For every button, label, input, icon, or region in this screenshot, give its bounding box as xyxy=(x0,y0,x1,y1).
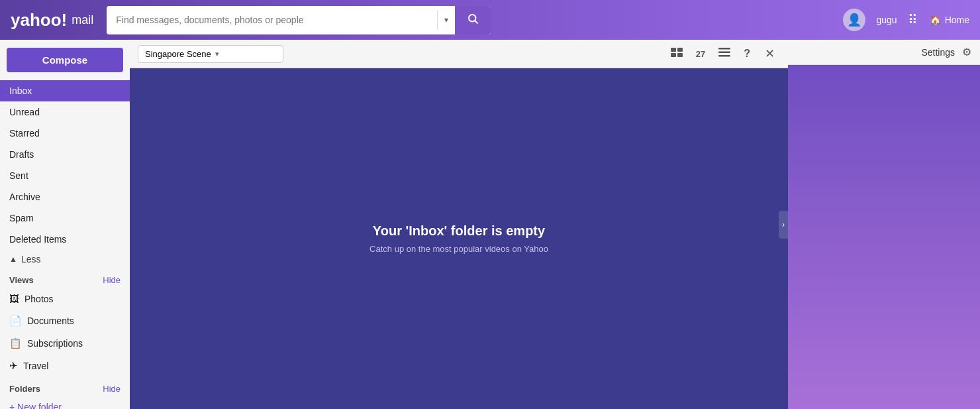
grid-view-icon xyxy=(671,48,683,60)
chevron-down-icon: ▾ xyxy=(215,50,219,58)
svg-rect-5 xyxy=(677,53,683,57)
avatar-icon: 👤 xyxy=(847,13,861,27)
empty-state: Your 'Inbox' folder is empty Catch up on… xyxy=(130,68,788,409)
sidebar: Compose Inbox Unread Starred Drafts Sent… xyxy=(0,40,130,409)
travel-icon: ✈ xyxy=(9,360,18,372)
search-input[interactable] xyxy=(107,8,437,32)
chevron-down-icon: ▾ xyxy=(444,15,448,25)
deleted-label: Deleted Items xyxy=(9,234,66,245)
travel-label: Travel xyxy=(23,361,48,371)
views-label: Views xyxy=(9,275,34,285)
apps-grid-button[interactable]: ⠿ xyxy=(908,12,919,28)
home-button[interactable]: 🏠 Home xyxy=(930,15,969,25)
sidebar-item-inbox[interactable]: Inbox xyxy=(0,80,130,101)
sidebar-item-subscriptions[interactable]: 📋 Subscriptions xyxy=(0,332,130,355)
inbox-label: Inbox xyxy=(9,86,32,96)
count-badge-button[interactable]: 27 xyxy=(692,46,709,62)
mail-logo-text: mail xyxy=(72,13,93,27)
folders-label: Folders xyxy=(9,384,40,394)
avatar[interactable]: 👤 xyxy=(843,9,865,31)
search-bar: ▾ xyxy=(107,6,491,34)
less-toggle[interactable]: ▲ Less xyxy=(0,250,130,268)
svg-rect-2 xyxy=(671,48,676,52)
photos-label: Photos xyxy=(24,294,54,304)
chevron-up-icon: ▲ xyxy=(9,255,17,264)
less-label: Less xyxy=(21,254,41,264)
top-navigation: yahoo! mail ▾ 👤 gugu ⠿ 🏠 Home xyxy=(0,0,980,40)
drafts-label: Drafts xyxy=(9,149,34,160)
main-area: Compose Inbox Unread Starred Drafts Sent… xyxy=(0,40,980,409)
chevron-right-icon: › xyxy=(782,220,785,229)
documents-label: Documents xyxy=(27,316,74,326)
help-icon: ? xyxy=(744,48,750,60)
views-hide-button[interactable]: Hide xyxy=(103,275,121,285)
filter-label: Singapore Scene xyxy=(145,49,211,59)
sidebar-item-travel[interactable]: ✈ Travel xyxy=(0,355,130,377)
settings-label: Settings xyxy=(921,47,955,58)
folders-section-header: Folders Hide xyxy=(0,377,130,396)
unread-label: Unread xyxy=(9,107,40,117)
content-panel: Singapore Scene ▾ 27 xyxy=(130,40,788,409)
right-bar: Settings ⚙ xyxy=(788,40,980,409)
nav-right: 👤 gugu ⠿ 🏠 Home xyxy=(843,9,969,31)
home-label: Home xyxy=(945,15,969,25)
new-folder-button[interactable]: + New folder xyxy=(0,396,130,409)
sidebar-item-starred[interactable]: Starred xyxy=(0,123,130,144)
sidebar-item-sent[interactable]: Sent xyxy=(0,165,130,186)
gear-icon: ⚙ xyxy=(962,46,971,58)
sidebar-item-photos[interactable]: 🖼 Photos xyxy=(0,288,130,310)
views-section-header: Views Hide xyxy=(0,268,130,288)
subscriptions-label: Subscriptions xyxy=(27,338,83,349)
svg-rect-3 xyxy=(677,48,683,52)
panel-collapse-toggle[interactable]: › xyxy=(779,211,788,239)
close-icon: ✕ xyxy=(765,47,775,60)
sidebar-item-documents[interactable]: 📄 Documents xyxy=(0,310,130,332)
help-button[interactable]: ? xyxy=(740,45,754,62)
svg-rect-7 xyxy=(718,52,730,54)
photos-icon: 🖼 xyxy=(9,293,19,304)
compose-button[interactable]: Compose xyxy=(7,48,123,72)
sent-label: Sent xyxy=(9,170,28,181)
sidebar-item-spam[interactable]: Spam xyxy=(0,207,130,229)
svg-rect-6 xyxy=(718,48,730,50)
sidebar-item-unread[interactable]: Unread xyxy=(0,101,130,123)
view-icon-button-1[interactable] xyxy=(667,45,687,62)
sidebar-item-deleted[interactable]: Deleted Items xyxy=(0,229,130,250)
svg-point-0 xyxy=(469,15,476,22)
spam-label: Spam xyxy=(9,213,34,223)
starred-label: Starred xyxy=(9,128,40,139)
subscriptions-icon: 📋 xyxy=(9,337,22,349)
new-folder-label: + New folder xyxy=(9,402,62,409)
search-icon xyxy=(467,14,479,27)
right-bar-toolbar: Settings ⚙ xyxy=(788,40,980,65)
sidebar-item-archive[interactable]: Archive xyxy=(0,186,130,207)
folders-hide-button[interactable]: Hide xyxy=(103,384,121,394)
content-toolbar: Singapore Scene ▾ 27 xyxy=(130,40,788,68)
list-icon xyxy=(718,48,730,60)
count-icon: 27 xyxy=(696,49,705,59)
empty-subtitle: Catch up on the most popular videos on Y… xyxy=(369,244,548,254)
search-submit-button[interactable] xyxy=(455,6,491,34)
filter-dropdown[interactable]: Singapore Scene ▾ xyxy=(138,45,283,63)
search-dropdown-button[interactable]: ▾ xyxy=(437,10,455,30)
list-view-button[interactable] xyxy=(714,45,734,62)
yahoo-logo-text: yahoo! xyxy=(11,10,67,30)
settings-gear-button[interactable]: ⚙ xyxy=(959,44,975,60)
yahoo-mail-logo[interactable]: yahoo! mail xyxy=(11,10,93,30)
grid-icon: ⠿ xyxy=(908,13,919,27)
documents-icon: 📄 xyxy=(9,315,22,327)
archive-label: Archive xyxy=(9,192,40,202)
close-button[interactable]: ✕ xyxy=(760,44,780,64)
svg-rect-8 xyxy=(718,55,730,57)
svg-rect-4 xyxy=(671,53,676,57)
svg-line-1 xyxy=(475,21,478,23)
username[interactable]: gugu xyxy=(876,15,897,25)
empty-title: Your 'Inbox' folder is empty xyxy=(373,223,545,239)
sidebar-item-drafts[interactable]: Drafts xyxy=(0,144,130,165)
home-icon: 🏠 xyxy=(930,15,941,25)
